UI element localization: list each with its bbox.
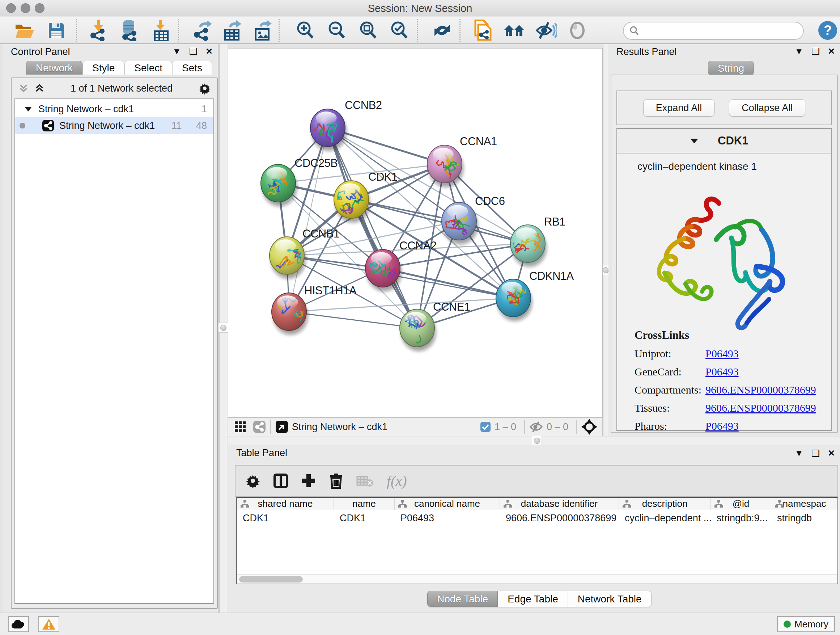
network-node[interactable]: CDKN1A xyxy=(496,270,574,321)
node-label: CDK1 xyxy=(368,171,398,183)
cloud-button[interactable] xyxy=(8,616,29,632)
warnings-button[interactable] xyxy=(38,616,59,632)
network-node[interactable]: HIST1H1A xyxy=(267,284,357,335)
hidden-count: 0 – 0 xyxy=(546,421,568,432)
fit-crosshair-icon[interactable] xyxy=(581,419,597,435)
show-graphics-details-icon[interactable] xyxy=(564,19,591,41)
panel-float-icon[interactable]: ❏ xyxy=(812,47,820,56)
selected-checkbox-icon[interactable] xyxy=(480,421,491,432)
birds-eye-grid-icon[interactable] xyxy=(234,421,246,433)
right-splitter[interactable] xyxy=(603,44,608,436)
scrollbar-thumb[interactable] xyxy=(239,576,303,583)
window-title: Session: New Session xyxy=(0,3,840,14)
panel-menu-icon[interactable]: ▼ xyxy=(795,449,804,458)
network-node[interactable]: CCNA1 xyxy=(427,135,497,187)
collapse-entry-icon[interactable] xyxy=(690,137,699,144)
panel-close-icon[interactable]: ✕ xyxy=(828,449,835,458)
table-options-gear-icon[interactable] xyxy=(246,473,260,488)
apply-layout-icon[interactable] xyxy=(428,19,456,41)
crosslink-genecard-link[interactable]: P06493 xyxy=(706,366,739,378)
crosslink-uniprot-link[interactable]: P06493 xyxy=(706,348,739,360)
crosslink-pharos-link[interactable]: P06493 xyxy=(706,420,739,432)
network-edge[interactable] xyxy=(289,312,417,328)
search-input[interactable] xyxy=(639,25,795,36)
import-network-file-icon[interactable] xyxy=(85,19,112,41)
crosslink-tissues-link[interactable]: 9606.ENSP00000378699 xyxy=(706,402,816,414)
network-collection-label: String Network – cdk1 xyxy=(38,103,202,115)
column-header[interactable]: database identifier xyxy=(500,498,619,510)
network-node[interactable]: CCNE1 xyxy=(400,301,470,356)
tab-sets[interactable]: Sets xyxy=(172,61,212,74)
toolbar-separator xyxy=(178,19,179,42)
zoom-in-icon[interactable] xyxy=(292,19,319,41)
tab-edge-table[interactable]: Edge Table xyxy=(498,591,568,607)
export-network-icon[interactable] xyxy=(188,19,216,41)
import-table-file-icon[interactable] xyxy=(148,19,175,41)
network-options-gear-icon[interactable] xyxy=(198,82,211,95)
horizontal-splitter-handle[interactable] xyxy=(532,435,542,446)
tree-expander-icon[interactable] xyxy=(24,105,33,112)
main-toolbar: ? xyxy=(0,17,840,44)
tab-select[interactable]: Select xyxy=(125,61,172,74)
zoom-out-icon[interactable] xyxy=(323,19,351,41)
results-panel: Results Panel ▼ ❏ ✕ String Expand All Co… xyxy=(608,44,840,436)
network-edge[interactable] xyxy=(328,128,417,328)
detach-view-icon[interactable] xyxy=(275,420,288,433)
panel-menu-icon[interactable]: ▼ xyxy=(172,47,181,56)
tab-network-table[interactable]: Network Table xyxy=(568,591,652,607)
save-session-icon[interactable] xyxy=(43,19,70,41)
zoom-fit-icon[interactable] xyxy=(355,19,382,41)
left-splitter-handle[interactable] xyxy=(218,323,228,333)
column-header[interactable]: canonical name xyxy=(395,498,500,510)
table-panel-title: Table Panel xyxy=(236,448,287,459)
new-network-from-selection-icon[interactable] xyxy=(469,19,496,41)
export-image-icon[interactable] xyxy=(249,19,277,41)
panel-float-icon[interactable]: ❏ xyxy=(812,448,820,458)
toolbar-separator xyxy=(279,19,279,42)
panel-menu-icon[interactable]: ▼ xyxy=(795,47,804,56)
zoom-selected-icon[interactable] xyxy=(386,19,413,41)
panel-float-icon[interactable]: ❏ xyxy=(189,47,197,56)
show-columns-icon[interactable] xyxy=(273,473,288,488)
create-column-plus-icon[interactable] xyxy=(302,473,316,488)
column-header[interactable]: name xyxy=(334,498,395,510)
network-node[interactable]: CDC6 xyxy=(442,195,505,244)
network-edge[interactable] xyxy=(383,268,513,298)
column-header[interactable]: shared name xyxy=(237,498,334,510)
tab-network[interactable]: Network xyxy=(26,61,82,74)
tab-style[interactable]: Style xyxy=(82,61,125,74)
warning-icon xyxy=(42,618,56,630)
node-details-header[interactable]: CDK1 xyxy=(617,129,831,154)
expand-all-networks-icon[interactable] xyxy=(18,83,29,94)
network-share-icon[interactable] xyxy=(253,420,266,433)
crosslink-compartments-link[interactable]: 9606.ENSP00000378699 xyxy=(706,384,816,396)
delete-column-trash-icon[interactable] xyxy=(329,473,343,489)
tab-node-table[interactable]: Node Table xyxy=(427,591,498,607)
column-header[interactable]: @id xyxy=(711,498,771,510)
table-horizontal-scrollbar[interactable] xyxy=(237,574,837,584)
network-collection-row[interactable]: String Network – cdk1 1 xyxy=(15,101,213,117)
toolbar-search xyxy=(623,22,804,40)
open-session-icon[interactable] xyxy=(11,19,38,41)
hide-results-panel-icon[interactable] xyxy=(532,19,560,41)
export-table-icon[interactable] xyxy=(219,19,247,41)
column-header[interactable]: description xyxy=(619,498,711,510)
panel-close-icon[interactable]: ✕ xyxy=(205,47,213,56)
expand-all-button[interactable]: Expand All xyxy=(643,99,715,117)
selected-count: 1 – 0 xyxy=(494,421,516,432)
table-row[interactable]: CDK1 CDK1 P06493 9606.ENSP00000378699 cy… xyxy=(237,510,837,526)
string-import-icon[interactable] xyxy=(501,19,528,41)
column-header[interactable]: namespac xyxy=(771,498,837,510)
node-attribute-table[interactable]: shared name name canonical name database… xyxy=(236,497,838,584)
help-icon[interactable]: ? xyxy=(814,19,840,41)
collapse-all-button[interactable]: Collapse All xyxy=(729,99,805,117)
network-canvas[interactable]: CCNB2CCNA1CDC25BCDK1CDC6RB1CCNB1CCNA2CDK… xyxy=(228,48,603,417)
collapse-all-networks-icon[interactable] xyxy=(34,83,45,94)
panel-close-icon[interactable]: ✕ xyxy=(828,47,835,56)
memory-button[interactable]: Memory xyxy=(777,616,835,632)
network-node[interactable]: CDC25B xyxy=(261,157,338,206)
network-row[interactable]: String Network – cdk1 11 48 xyxy=(15,117,213,134)
network-node[interactable]: RB1 xyxy=(507,215,565,267)
import-network-database-icon[interactable] xyxy=(116,19,143,41)
tab-string[interactable]: String xyxy=(708,61,754,75)
